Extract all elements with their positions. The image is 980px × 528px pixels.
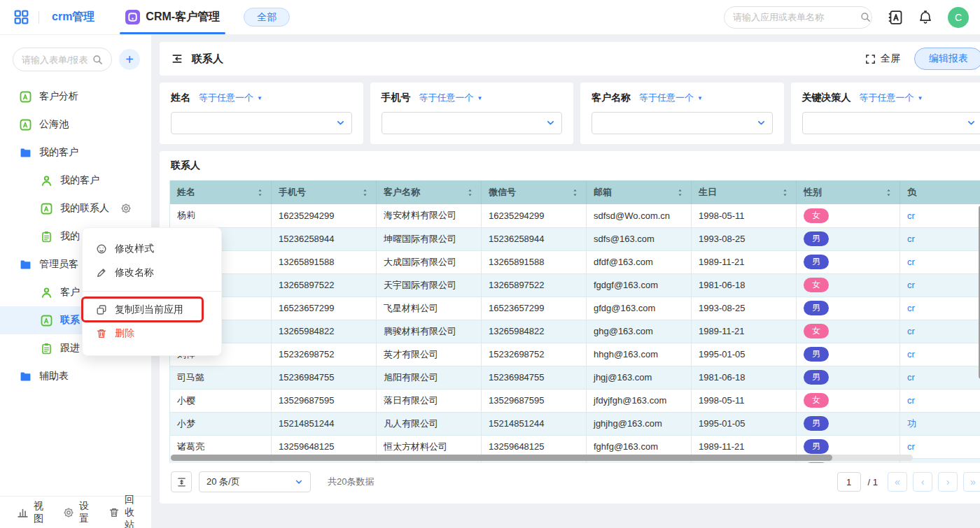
form-icon	[20, 119, 31, 131]
column-header[interactable]: 生日	[692, 180, 797, 204]
filter-value-select[interactable]	[802, 112, 980, 134]
filter-operator-dropdown[interactable]: 等于任意一个 ▼	[639, 92, 703, 104]
sidebar-item[interactable]: 我的联系人	[0, 194, 151, 222]
owner-link[interactable]: cr	[907, 372, 915, 383]
column-header[interactable]: 姓名	[170, 180, 272, 204]
context-menu-item[interactable]: 修改名称	[83, 261, 221, 285]
filter-operator-dropdown[interactable]: 等于任意一个 ▼	[419, 92, 483, 104]
table-row[interactable]: 曼13265891588大成国际有限公司13265891588dfdf@163.…	[170, 250, 980, 273]
filter-operator-dropdown[interactable]: 等于任意一个 ▼	[199, 92, 262, 104]
cell-birthday: 1989-11-21	[692, 320, 797, 343]
cell-phone: 16235294299	[272, 204, 377, 227]
sidebar-item[interactable]: 公海池	[0, 110, 151, 138]
table-row[interactable]: 刘禅15232698752英才有限公司15232698752hhgh@163.c…	[170, 343, 980, 366]
filter-value-select[interactable]	[592, 112, 773, 134]
global-search-input[interactable]	[733, 12, 856, 22]
sidebar-item[interactable]: 客户分析	[0, 83, 151, 110]
sidebar-search-input[interactable]	[22, 55, 88, 65]
filter-operator-dropdown[interactable]: 等于任意一个 ▼	[860, 92, 923, 104]
contacts-icon[interactable]	[888, 10, 903, 25]
gender-badge: 男	[804, 370, 829, 385]
sidebar-footer-trash[interactable]: 回收站	[108, 494, 134, 528]
edit-report-button[interactable]: 编辑报表	[914, 48, 980, 70]
sidebar-item[interactable]: 我的客户	[0, 166, 151, 194]
bell-icon[interactable]	[918, 10, 932, 24]
context-menu-item[interactable]: 删除	[83, 322, 221, 345]
add-form-button[interactable]: +	[119, 49, 140, 70]
cell-email: jghjhg@163.com	[587, 412, 692, 435]
contacts-table: 姓名手机号客户名称微信号邮箱生日性别负 杨莉16235294299海安材料有限公…	[169, 180, 980, 463]
table-row[interactable]: 秀红13265897522天宇国际有限公司13265897522fgdgf@16…	[170, 273, 980, 297]
clipboard-icon	[41, 231, 52, 243]
sidebar-item[interactable]: 我的客户	[0, 138, 151, 166]
filter-label: 手机号	[382, 92, 411, 104]
cell-company: 天宇国际有限公司	[377, 273, 482, 297]
cell-phone: 16523657299	[272, 297, 377, 320]
column-header[interactable]: 邮箱	[587, 180, 692, 204]
filter-card: 客户名称等于任意一个 ▼	[580, 83, 784, 144]
collapse-sidebar-icon[interactable]	[171, 52, 183, 65]
owner-link[interactable]: cr	[907, 280, 915, 290]
column-header[interactable]: 微信号	[482, 180, 587, 204]
owner-link[interactable]: cr	[907, 326, 915, 336]
caret-down-icon: ▼	[477, 95, 483, 101]
owner-link[interactable]: cr	[907, 211, 915, 221]
filter-label: 姓名	[171, 92, 190, 104]
cell-wechat: 13265891588	[482, 250, 587, 273]
first-page-button[interactable]: «	[888, 472, 907, 492]
tab-crm-app[interactable]: CRM-客户管理	[122, 0, 223, 34]
sidebar-item[interactable]: 辅助表	[0, 362, 151, 390]
gear-icon[interactable]	[120, 203, 132, 214]
form-icon	[20, 91, 31, 103]
column-header[interactable]: 手机号	[272, 180, 377, 204]
owner-link[interactable]: cr	[907, 349, 915, 359]
table-row[interactable]: 小樱13529687595落日有限公司13529687595jfdyjfgh@1…	[170, 389, 980, 412]
cell-email: jhgj@163.com	[587, 366, 692, 389]
filter-value-select[interactable]	[382, 112, 563, 134]
horizontal-scrollbar[interactable]	[171, 455, 832, 461]
table-row[interactable]: 文16523657299飞星材料公司16523657299gfdg@163.co…	[170, 297, 980, 320]
sidebar-item-label: 管理员客	[39, 258, 78, 271]
cell-gender: 女	[797, 204, 900, 227]
table-row[interactable]: 司马懿15236984755旭阳有限公司15236984755jhgj@163.…	[170, 366, 980, 389]
workspace-link[interactable]: crm管理	[52, 10, 94, 24]
context-menu-item[interactable]: 修改样式	[83, 237, 221, 261]
owner-link[interactable]: cr	[907, 303, 915, 313]
owner-link[interactable]: cr	[907, 234, 915, 244]
table-row[interactable]: 小梦15214851244凡人有限公司15214851244jghjhg@163…	[170, 412, 980, 435]
owner-link[interactable]: cr	[907, 395, 915, 406]
sidebar-search[interactable]	[13, 48, 112, 71]
page-number-input[interactable]	[837, 472, 861, 492]
cell-phone: 15214851244	[272, 412, 377, 435]
table-row[interactable]: 娆15236258944坤曜国际有限公司15236258944sdfs@163.…	[170, 227, 980, 250]
table-row[interactable]: 杨莉16235294299海安材料有限公司16235294299sdfsd@Wo…	[170, 204, 980, 227]
next-page-button[interactable]: ›	[938, 472, 958, 492]
cell-wechat: 15236258944	[482, 227, 587, 250]
search-icon	[860, 12, 871, 22]
row-height-button[interactable]	[171, 471, 192, 492]
global-search[interactable]	[724, 6, 872, 29]
topbar: crm管理 CRM-客户管理 全部 C	[0, 0, 980, 35]
sidebar-footer-chart[interactable]: 视图	[17, 500, 43, 525]
pencil-icon	[96, 267, 107, 278]
owner-link[interactable]: cr	[907, 257, 915, 267]
cell-wechat: 16235294299	[482, 204, 587, 227]
owner-link[interactable]: 功	[907, 418, 916, 429]
filter-label: 关键决策人	[802, 92, 851, 104]
column-header[interactable]: 性别	[797, 180, 900, 204]
avatar[interactable]: C	[948, 7, 969, 28]
sidebar-footer-gear[interactable]: 设置	[63, 500, 89, 525]
caret-down-icon: ▼	[697, 95, 703, 101]
prev-page-button[interactable]: ‹	[913, 472, 932, 492]
column-header[interactable]: 客户名称	[377, 180, 482, 204]
filter-value-select[interactable]	[171, 112, 352, 134]
column-header[interactable]: 负	[900, 180, 980, 204]
table-row[interactable]: 邦13265984822腾骏材料有限公司13265984822ghg@163.c…	[170, 320, 980, 343]
all-filter-pill[interactable]: 全部	[244, 8, 290, 27]
app-grid-icon[interactable]	[14, 10, 29, 24]
owner-link[interactable]: cr	[907, 441, 915, 452]
page-size-select[interactable]: 20 条/页	[199, 471, 311, 492]
fullscreen-button[interactable]: 全屏	[865, 52, 900, 65]
context-menu-item[interactable]: 复制到当前应用	[83, 298, 221, 322]
last-page-button[interactable]: »	[963, 472, 980, 492]
